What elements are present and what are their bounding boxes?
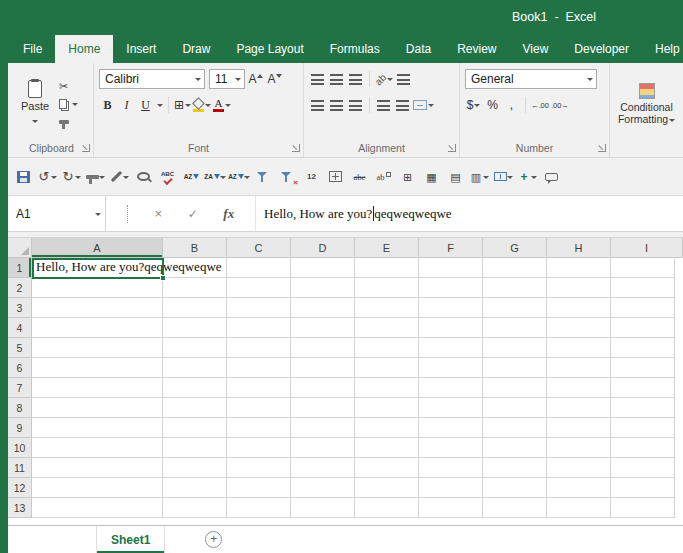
cell-D2[interactable] [291, 278, 355, 298]
cell-E2[interactable] [355, 278, 419, 298]
ribbon-tab-page-layout[interactable]: Page Layout [223, 35, 316, 63]
cell-I3[interactable] [611, 298, 675, 318]
cell-C13[interactable] [227, 498, 291, 518]
cell-A12[interactable] [32, 478, 163, 498]
accounting-format-button[interactable]: $ [465, 96, 482, 114]
cell-D5[interactable] [291, 338, 355, 358]
clipboard-dialog-launcher-icon[interactable] [82, 144, 90, 152]
align-right-button[interactable] [347, 96, 364, 114]
number-format-select[interactable]: General [465, 69, 597, 89]
ribbon-tab-draw[interactable]: Draw [169, 35, 223, 63]
formula-input[interactable]: Hello, How are you?qeqweqweqwe [256, 196, 683, 231]
row-header-13[interactable]: 13 [8, 498, 32, 518]
ribbon-tab-file[interactable]: File [10, 35, 55, 63]
cell-A10[interactable] [32, 438, 163, 458]
font-size-button[interactable]: 12 [300, 165, 323, 189]
new-comment-button[interactable] [540, 165, 563, 189]
row-header-5[interactable]: 5 [8, 338, 32, 358]
cell-D8[interactable] [291, 398, 355, 418]
cell-F4[interactable] [419, 318, 483, 338]
cell-H4[interactable] [547, 318, 611, 338]
cell-G6[interactable] [483, 358, 547, 378]
print-preview-button[interactable] [132, 165, 155, 189]
draw-border-button[interactable] [108, 165, 131, 189]
cell-A7[interactable] [32, 378, 163, 398]
cell-A1[interactable]: Hello, How are you?qeqweqweqwe [32, 258, 163, 278]
name-box[interactable]: A1 [8, 196, 106, 231]
cell-A13[interactable] [32, 498, 163, 518]
format-painter-button[interactable] [84, 165, 107, 189]
align-left-button[interactable] [309, 96, 326, 114]
number-dialog-launcher-icon[interactable] [598, 144, 606, 152]
cell-H3[interactable] [547, 298, 611, 318]
cell-D9[interactable] [291, 418, 355, 438]
sheet-tab-sheet1[interactable]: Sheet1 [96, 526, 165, 553]
cell-E6[interactable] [355, 358, 419, 378]
cell-C2[interactable] [227, 278, 291, 298]
cell-G4[interactable] [483, 318, 547, 338]
cell-B8[interactable] [163, 398, 227, 418]
row-header-12[interactable]: 12 [8, 478, 32, 498]
cell-A8[interactable] [32, 398, 163, 418]
cell-G8[interactable] [483, 398, 547, 418]
cell-B11[interactable] [163, 458, 227, 478]
column-header-D[interactable]: D [291, 238, 355, 258]
column-header-A[interactable]: A [32, 238, 163, 258]
cell-F6[interactable] [419, 358, 483, 378]
cell-G3[interactable] [483, 298, 547, 318]
cell-C10[interactable] [227, 438, 291, 458]
orientation-button[interactable]: ab [375, 70, 393, 88]
cell-E9[interactable] [355, 418, 419, 438]
cell-I5[interactable] [611, 338, 675, 358]
cell-E10[interactable] [355, 438, 419, 458]
row-header-11[interactable]: 11 [8, 458, 32, 478]
cell-H2[interactable] [547, 278, 611, 298]
percent-style-button[interactable]: % [484, 96, 501, 114]
bottom-border-button[interactable]: ▥ [468, 165, 491, 189]
strikethrough-button[interactable]: abe [348, 165, 371, 189]
cell-C11[interactable] [227, 458, 291, 478]
cell-H10[interactable] [547, 438, 611, 458]
cell-I9[interactable] [611, 418, 675, 438]
cell-G1[interactable] [483, 258, 547, 278]
cell-I11[interactable] [611, 458, 675, 478]
cell-H1[interactable] [547, 258, 611, 278]
ribbon-tab-view[interactable]: View [510, 35, 562, 63]
cell-C4[interactable] [227, 318, 291, 338]
ribbon-tab-review[interactable]: Review [444, 35, 509, 63]
font-dialog-launcher-icon[interactable] [292, 144, 300, 152]
cell-E4[interactable] [355, 318, 419, 338]
ribbon-tab-insert[interactable]: Insert [113, 35, 169, 63]
cell-I10[interactable] [611, 438, 675, 458]
cell-H11[interactable] [547, 458, 611, 478]
select-all-corner[interactable] [8, 238, 32, 258]
row-header-6[interactable]: 6 [8, 358, 32, 378]
column-header-H[interactable]: H [547, 238, 611, 258]
wrap-text-button[interactable] [395, 70, 412, 88]
sort-ascending-button[interactable]: AZ [180, 165, 203, 189]
spelling-button[interactable]: ABC [156, 165, 179, 189]
font-color-button[interactable]: A [213, 96, 231, 114]
cell-B13[interactable] [163, 498, 227, 518]
cell-G7[interactable] [483, 378, 547, 398]
sort-descending-button[interactable]: ZA [204, 165, 227, 189]
cancel-button[interactable]: × [154, 206, 162, 221]
increase-indent-button[interactable] [394, 96, 411, 114]
cell-G11[interactable] [483, 458, 547, 478]
cell-A11[interactable] [32, 458, 163, 478]
cell-H12[interactable] [547, 478, 611, 498]
cell-A9[interactable] [32, 418, 163, 438]
cell-C8[interactable] [227, 398, 291, 418]
cell-C7[interactable] [227, 378, 291, 398]
increase-font-size-button[interactable]: A [247, 70, 264, 88]
cell-A5[interactable] [32, 338, 163, 358]
row-header-9[interactable]: 9 [8, 418, 32, 438]
cell-E13[interactable] [355, 498, 419, 518]
cell-E11[interactable] [355, 458, 419, 478]
cell-I8[interactable] [611, 398, 675, 418]
row-header-10[interactable]: 10 [8, 438, 32, 458]
cell-I12[interactable] [611, 478, 675, 498]
cell-H6[interactable] [547, 358, 611, 378]
cell-B5[interactable] [163, 338, 227, 358]
cell-D7[interactable] [291, 378, 355, 398]
